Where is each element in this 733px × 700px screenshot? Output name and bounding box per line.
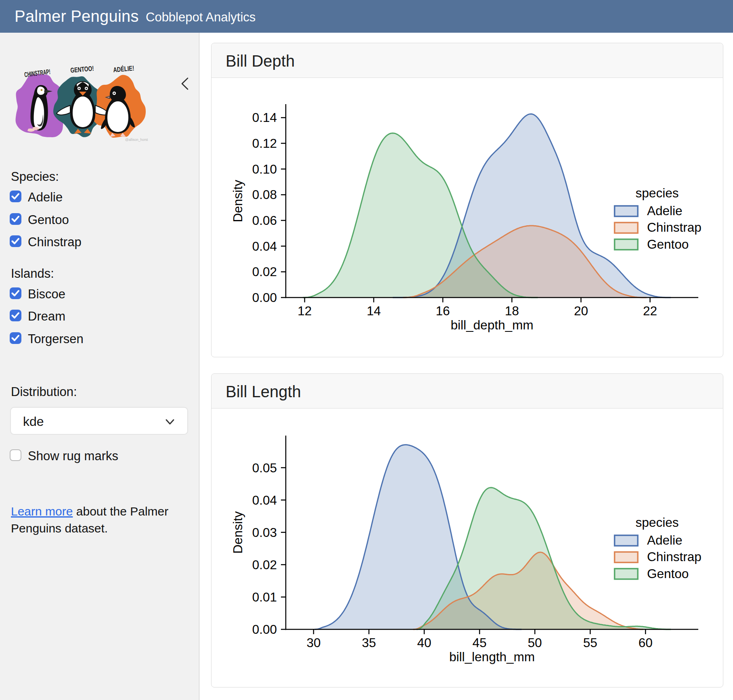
svg-text:40: 40 <box>417 635 431 650</box>
svg-text:0.12: 0.12 <box>252 136 277 151</box>
svg-text:0.14: 0.14 <box>252 110 277 125</box>
svg-text:species: species <box>636 186 679 200</box>
svg-text:0.00: 0.00 <box>252 290 277 305</box>
svg-text:35: 35 <box>362 635 376 650</box>
svg-text:30: 30 <box>306 635 320 650</box>
svg-text:0.03: 0.03 <box>252 525 277 540</box>
svg-text:0.10: 0.10 <box>252 162 277 176</box>
svg-text:0.04: 0.04 <box>252 493 277 507</box>
svg-text:Adelie: Adelie <box>647 533 683 547</box>
svg-text:12: 12 <box>297 304 312 318</box>
svg-text:0.01: 0.01 <box>252 590 277 604</box>
svg-text:0.02: 0.02 <box>252 557 277 572</box>
svg-text:22: 22 <box>643 304 657 318</box>
svg-text:Gentoo: Gentoo <box>647 237 689 251</box>
svg-text:species: species <box>636 515 679 530</box>
svg-text:bill_length_mm: bill_length_mm <box>449 650 535 664</box>
svg-text:0.08: 0.08 <box>252 187 277 202</box>
svg-text:Density: Density <box>230 511 245 553</box>
svg-text:0.04: 0.04 <box>252 239 277 254</box>
svg-text:18: 18 <box>505 304 519 318</box>
svg-text:50: 50 <box>528 635 542 650</box>
svg-text:GENTOO!: GENTOO! <box>70 65 94 74</box>
svg-text:Density: Density <box>230 180 245 222</box>
svg-text:Chinstrap: Chinstrap <box>647 220 702 235</box>
svg-text:60: 60 <box>639 635 653 650</box>
svg-text:14: 14 <box>366 304 381 318</box>
svg-text:@allison_horst: @allison_horst <box>125 138 148 142</box>
svg-text:Gentoo: Gentoo <box>647 566 689 581</box>
svg-text:0.02: 0.02 <box>252 264 277 279</box>
svg-text:0.00: 0.00 <box>252 622 277 637</box>
svg-text:bill_depth_mm: bill_depth_mm <box>451 318 534 332</box>
svg-text:ADÉLIE!: ADÉLIE! <box>113 65 134 74</box>
svg-text:45: 45 <box>473 635 487 650</box>
svg-text:Adelie: Adelie <box>647 203 683 218</box>
svg-text:20: 20 <box>574 304 588 318</box>
svg-text:16: 16 <box>436 304 450 318</box>
svg-text:55: 55 <box>583 635 597 650</box>
svg-text:0.06: 0.06 <box>252 213 277 228</box>
svg-text:0.05: 0.05 <box>252 461 277 475</box>
svg-text:Chinstrap: Chinstrap <box>647 549 702 564</box>
